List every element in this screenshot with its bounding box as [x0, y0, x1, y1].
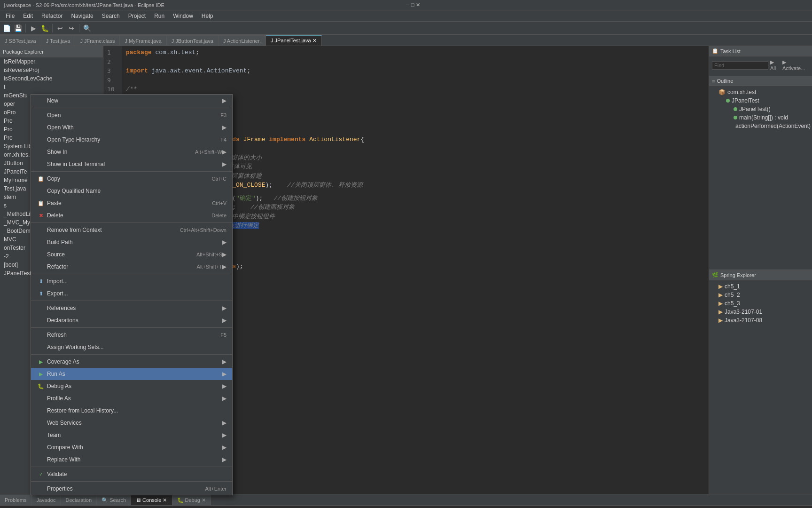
menu-search[interactable]: Search	[98, 12, 124, 20]
cm-remove-context[interactable]: Remove from Context Ctrl+Alt+Shift+Down	[31, 224, 232, 236]
tree-item[interactable]: isRelMapper	[0, 57, 103, 66]
cm-run-as[interactable]: ▶ Run As ▶	[31, 368, 232, 380]
tab-search[interactable]: 🔍 Search	[97, 495, 131, 505]
spring-java308[interactable]: ▶ Java3-2107-08	[711, 316, 810, 325]
toolbar-new[interactable]: 📄	[2, 24, 11, 33]
cm-paste-shortcut: Ctrl+V	[212, 200, 226, 206]
cm-delete[interactable]: ✖ Delete Delete	[31, 209, 232, 222]
tab-declaration[interactable]: Declaration	[61, 495, 97, 505]
menu-window[interactable]: Window	[169, 12, 197, 20]
cm-coverage-as[interactable]: ▶ Coverage As ▶	[31, 356, 232, 368]
spring-java301[interactable]: ▶ Java3-2107-01	[711, 308, 810, 316]
cm-refactor-arrow: ▶	[222, 263, 226, 270]
show-terminal-icon	[37, 160, 45, 168]
cm-restore[interactable]: Restore from Local History...	[31, 405, 232, 417]
tree-item[interactable]: isReverseProj	[0, 66, 103, 74]
tab-debug[interactable]: 🐛 Debug ✕	[172, 495, 211, 505]
cm-references[interactable]: References ▶	[31, 302, 232, 314]
cm-profile-arrow: ▶	[222, 395, 226, 402]
tree-item[interactable]: isSecondLevCache	[0, 74, 103, 83]
tab-problems[interactable]: Problems	[0, 495, 31, 505]
bottom-tabs: Problems Javadoc Declaration 🔍 Search 🖥 …	[0, 494, 812, 506]
tab-javadoc[interactable]: Javadoc	[31, 495, 61, 505]
cm-delete-label: Delete	[47, 212, 202, 219]
cm-refresh[interactable]: Refresh F5	[31, 329, 232, 341]
tab-actionlistener[interactable]: J ActionListener.	[219, 35, 266, 46]
cm-refactor[interactable]: Refactor Alt+Shift+T ▶	[31, 261, 232, 273]
cm-web-services[interactable]: Web Services ▶	[31, 417, 232, 429]
refresh-icon	[37, 331, 45, 339]
cm-debug-as[interactable]: 🐛 Debug As ▶	[31, 380, 232, 392]
cm-open[interactable]: Open F3	[31, 109, 232, 121]
cm-declarations[interactable]: Declarations ▶	[31, 314, 232, 326]
menu-run[interactable]: Run	[150, 12, 168, 20]
outline-header: ≡ Outline	[709, 76, 812, 86]
menu-navigate[interactable]: Navigate	[67, 12, 97, 20]
cm-validate[interactable]: ✓ Validate	[31, 468, 232, 480]
cm-new[interactable]: New ▶	[31, 95, 232, 107]
cm-properties[interactable]: Properties Alt+Enter	[31, 483, 232, 495]
refactor-icon	[37, 262, 45, 271]
tasklist-header: 📋 Task List	[709, 46, 812, 56]
outline-actionperformed[interactable]: actionPerformed(ActionEvent)	[711, 122, 810, 130]
cm-open-with[interactable]: Open With ▶	[31, 121, 232, 134]
tab-jpaneltest[interactable]: J JPanelTest.java ✕	[266, 35, 322, 46]
cm-export-label: Export...	[47, 290, 226, 297]
cm-replace-with[interactable]: Replace With ▶	[31, 453, 232, 466]
title-text: j.workspace - S2-06-Pro/src/com/xh/test/…	[4, 2, 406, 8]
tree-item[interactable]: t	[0, 83, 103, 91]
cm-copy[interactable]: 📋 Copy Ctrl+C	[31, 173, 232, 185]
tab-jframe[interactable]: J JFrame.class	[75, 35, 120, 46]
menu-project[interactable]: Project	[125, 12, 149, 20]
outline-tree: 📦 com.xh.test JPanelTest JPanelTest() ma…	[709, 86, 812, 132]
tab-myframe[interactable]: J MyFrame.java	[120, 35, 166, 46]
spring-ch51[interactable]: ▶ ch5_1	[711, 282, 810, 291]
cm-build-path[interactable]: Build Path ▶	[31, 236, 232, 248]
toolbar-redo[interactable]: ↪	[67, 24, 76, 33]
paste-icon: 📋	[37, 199, 45, 207]
cm-assign-working[interactable]: Assign Working Sets...	[31, 341, 232, 353]
toolbar-undo[interactable]: ↩	[55, 24, 65, 33]
cm-team[interactable]: Team ▶	[31, 429, 232, 441]
tab-jbuttontest[interactable]: J JButtonTest.java	[167, 35, 219, 46]
cm-show-in[interactable]: Show In Alt+Shift+W ▶	[31, 146, 232, 158]
toolbar-debug[interactable]: 🐛	[40, 24, 49, 33]
tab-test[interactable]: J Test.java	[41, 35, 76, 46]
cm-validate-label: Validate	[47, 471, 226, 477]
toolbar-run[interactable]: ▶	[29, 24, 38, 33]
copy-icon: 📋	[37, 175, 45, 183]
menu-help[interactable]: Help	[198, 12, 217, 20]
cm-remove-context-shortcut: Ctrl+Alt+Shift+Down	[180, 227, 226, 233]
toolbar-save[interactable]: 💾	[13, 24, 23, 33]
menu-edit[interactable]: Edit	[19, 12, 37, 20]
cm-profile-as[interactable]: Profile As ▶	[31, 392, 232, 405]
spring-icon: 🌿	[712, 272, 718, 278]
cm-open-type[interactable]: Open Type Hierarchy F4	[31, 134, 232, 146]
tab-sbtest[interactable]: J SBTest.java	[0, 35, 41, 46]
profile-icon	[37, 394, 45, 403]
cm-compare-with[interactable]: Compare With ▶	[31, 441, 232, 453]
spring-ch52[interactable]: ▶ ch5_2	[711, 291, 810, 299]
outline-package[interactable]: 📦 com.xh.test	[711, 88, 810, 96]
cm-paste[interactable]: 📋 Paste Ctrl+V	[31, 197, 232, 209]
cm-replace-label: Replace With	[47, 456, 222, 463]
cm-run-label: Run As	[47, 371, 222, 377]
spring-ch51-label: ch5_1	[725, 283, 740, 290]
toolbar-search[interactable]: 🔍	[82, 24, 92, 33]
cm-open-with-arrow: ▶	[222, 124, 226, 131]
open-with-icon	[37, 123, 45, 132]
spring-ch53[interactable]: ▶ ch5_3	[711, 299, 810, 308]
cm-copy-qualified[interactable]: Copy Qualified Name	[31, 185, 232, 197]
cm-source[interactable]: Source Alt+Shift+S ▶	[31, 248, 232, 261]
menu-file[interactable]: File	[2, 12, 18, 20]
tasklist-find[interactable]	[712, 61, 768, 70]
menu-refactor[interactable]: Refactor	[38, 12, 66, 20]
outline-class[interactable]: JPanelTest	[711, 96, 810, 105]
cm-import[interactable]: ⬇ Import...	[31, 275, 232, 287]
outline-constructor[interactable]: JPanelTest()	[711, 105, 810, 113]
cm-run-arrow: ▶	[222, 371, 226, 377]
cm-show-terminal[interactable]: Show in Local Terminal ▶	[31, 158, 232, 170]
cm-export[interactable]: ⬆ Export...	[31, 287, 232, 300]
outline-main[interactable]: main(String[]) : void	[711, 113, 810, 122]
tab-console[interactable]: 🖥 Console ✕	[131, 495, 172, 505]
